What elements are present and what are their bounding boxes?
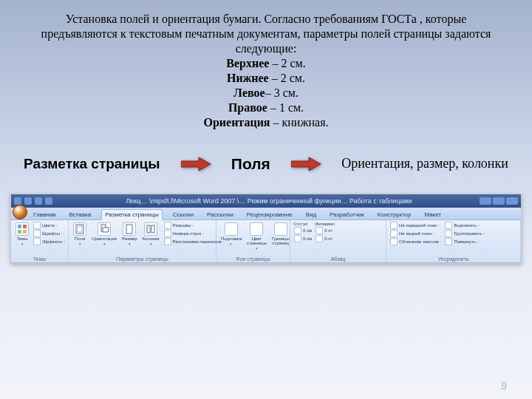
size-label: Размер xyxy=(122,236,137,241)
tab-references[interactable]: Ссылки xyxy=(170,210,197,219)
rotate-button[interactable]: Повернуть - xyxy=(444,238,485,245)
window-title: Лекц… \mipsft.l\Microsoft Word 2007.\… Р… xyxy=(58,197,480,205)
themes-button[interactable]: Темы ▾ xyxy=(14,222,30,247)
page-size-icon xyxy=(123,222,136,236)
effects-button[interactable]: Эффекты - xyxy=(33,238,66,245)
chevron-down-icon: ▾ xyxy=(129,242,131,246)
line-numbers-button[interactable]: Номера строк - xyxy=(163,230,225,237)
send-back-icon xyxy=(390,230,398,237)
tab-home[interactable]: Главная xyxy=(30,210,58,219)
line-numbers-icon xyxy=(164,230,171,237)
margins-label: Поля xyxy=(75,236,85,241)
ribbon-body: Темы ▾ Цвета - Шрифты - Эффекты - Темы П… xyxy=(11,220,521,263)
ribbon-group-page-bg: Подложка▾ Цвет страницы▾ Границы страниц… xyxy=(216,220,290,262)
breaks-label: Разрывы - xyxy=(173,223,194,228)
tab-table-design[interactable]: Конструктор xyxy=(375,210,415,219)
page-color-icon xyxy=(250,222,263,236)
spacing-after-value: 0 пт xyxy=(324,236,332,241)
indent-left-field[interactable]: 0 см xyxy=(293,227,313,234)
spacing-before-field[interactable]: 0 пт xyxy=(315,227,335,234)
hyphenation-icon xyxy=(164,238,171,245)
indent-left-value: 0 см xyxy=(303,228,312,233)
tab-view[interactable]: Вид xyxy=(303,210,319,219)
page-number: 9 xyxy=(501,380,507,392)
send-back-button[interactable]: На задний план - xyxy=(389,230,442,237)
bring-front-label: На передний план - xyxy=(399,223,440,228)
minimize-button[interactable] xyxy=(480,197,491,205)
watermark-label: Подложка xyxy=(221,236,242,241)
indent-right-value: 0 см xyxy=(303,236,312,241)
svg-rect-3 xyxy=(23,225,27,228)
tab-table-layout[interactable]: Макет xyxy=(421,210,444,219)
group-button[interactable]: Группировать - xyxy=(444,230,485,237)
page-borders-label: Границы страниц xyxy=(272,236,290,245)
align-button[interactable]: Выровнять - xyxy=(444,222,485,229)
tab-review[interactable]: Рецензирование xyxy=(244,210,296,219)
ribbon-tabs: Главная Вставка Разметка страницы Ссылки… xyxy=(11,208,521,220)
fonts-icon xyxy=(33,230,41,237)
rotate-icon xyxy=(445,238,452,245)
text-wrap-icon xyxy=(390,238,398,245)
columns-button[interactable]: Колонки▾ xyxy=(141,222,161,247)
fonts-label: Шрифты - xyxy=(42,231,63,236)
text-wrap-button[interactable]: Обтекание текстом - xyxy=(389,238,442,245)
group-name-arrange: Упорядочить xyxy=(389,256,517,262)
spacing-before-icon xyxy=(316,227,323,234)
flow-step-2: Поля xyxy=(231,155,270,173)
bring-front-icon xyxy=(390,222,398,229)
svg-rect-5 xyxy=(23,230,27,233)
margin-right-value: – 1 см. xyxy=(267,101,304,114)
breaks-button[interactable]: Разрывы - xyxy=(163,222,225,229)
word-ribbon-window: Лекц… \mipsft.l\Microsoft Word 2007.\… Р… xyxy=(10,194,522,264)
watermark-button[interactable]: Подложка▾ xyxy=(219,222,243,247)
size-button[interactable]: Размер▾ xyxy=(120,222,139,247)
orientation-value: – книжная. xyxy=(270,116,329,129)
page-borders-button[interactable]: Границы страниц xyxy=(270,222,291,246)
svg-marker-1 xyxy=(291,157,321,171)
columns-icon xyxy=(144,222,157,236)
tab-mailings[interactable]: Рассылки xyxy=(204,210,236,219)
effects-icon xyxy=(33,238,41,245)
spacing-after-icon xyxy=(316,235,323,242)
page-borders-icon xyxy=(274,222,287,236)
qat-print-icon[interactable] xyxy=(45,197,52,205)
chevron-down-icon: ▾ xyxy=(256,246,258,250)
margins-button[interactable]: Поля▾ xyxy=(72,222,88,247)
chevron-down-icon: ▾ xyxy=(150,242,152,246)
group-name-paragraph: Абзац xyxy=(293,256,383,262)
ribbon-group-arrange: На передний план - На задний план - Обте… xyxy=(386,220,521,262)
arrow-right-icon xyxy=(291,157,321,171)
fonts-button[interactable]: Шрифты - xyxy=(33,230,66,237)
qat-redo-icon[interactable] xyxy=(35,197,42,205)
orientation-button[interactable]: Ориентация▾ xyxy=(90,222,118,247)
watermark-icon xyxy=(225,222,238,236)
tab-page-layout[interactable]: Разметка страницы xyxy=(101,209,163,220)
indent-right-field[interactable]: 0 см xyxy=(293,235,313,242)
bring-front-button[interactable]: На передний план - xyxy=(389,222,442,229)
close-button[interactable] xyxy=(506,197,518,205)
orientation-label: Ориентация xyxy=(92,236,117,241)
window-buttons xyxy=(480,197,518,205)
spacing-before-value: 0 пт xyxy=(324,228,332,233)
colors-button[interactable]: Цвета - xyxy=(33,222,66,229)
margin-left-value: – 3 см. xyxy=(265,86,299,99)
spacing-after-field[interactable]: 0 пт xyxy=(315,235,335,242)
line-numbers-label: Номера строк - xyxy=(173,231,204,236)
maximize-button[interactable] xyxy=(493,197,505,205)
qat-save-icon[interactable] xyxy=(14,197,21,205)
quick-access-toolbar[interactable] xyxy=(14,197,52,205)
svg-rect-10 xyxy=(126,225,132,233)
tab-developer[interactable]: Разработчик xyxy=(327,210,367,219)
body-paragraph: Установка полей и ориентация бумаги. Сог… xyxy=(41,13,491,55)
office-button-icon[interactable] xyxy=(13,205,27,219)
chevron-down-icon: ▾ xyxy=(79,242,81,246)
chevron-down-icon: ▾ xyxy=(21,242,24,246)
qat-undo-icon[interactable] xyxy=(24,197,32,205)
orientation-icon xyxy=(98,222,111,236)
page-color-button[interactable]: Цвет страницы▾ xyxy=(245,222,268,251)
tab-insert[interactable]: Вставка xyxy=(66,210,94,219)
chevron-down-icon: ▾ xyxy=(230,242,232,246)
themes-label: Темы xyxy=(16,236,27,241)
rotate-label: Повернуть - xyxy=(454,239,478,244)
hyphenation-button[interactable]: Расстановка переносов - xyxy=(163,238,225,245)
